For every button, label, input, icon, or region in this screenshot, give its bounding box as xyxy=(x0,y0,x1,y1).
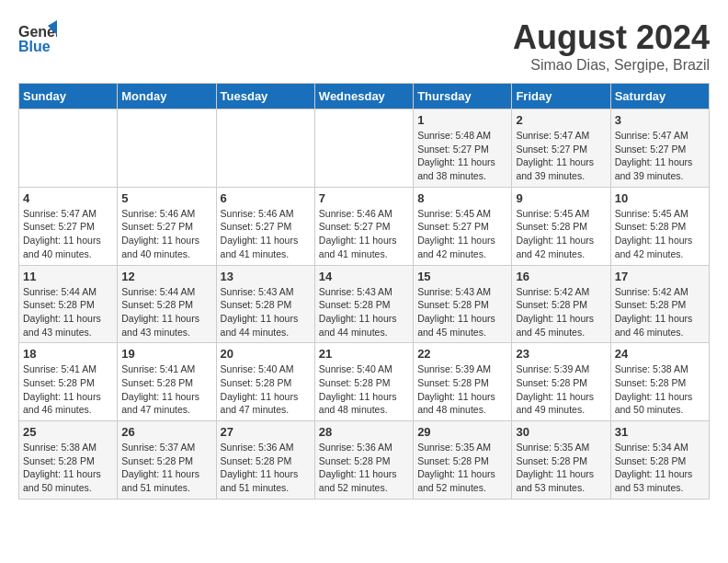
day-info: Sunrise: 5:46 AM Sunset: 5:27 PM Dayligh… xyxy=(221,207,311,261)
page-header: General Blue August 2024 Simao Dias, Ser… xyxy=(18,18,710,74)
day-info: Sunrise: 5:43 AM Sunset: 5:28 PM Dayligh… xyxy=(319,285,409,339)
day-number: 3 xyxy=(615,113,705,127)
calendar-day-cell: 23Sunrise: 5:39 AM Sunset: 5:28 PM Dayli… xyxy=(512,343,610,421)
day-info: Sunrise: 5:45 AM Sunset: 5:28 PM Dayligh… xyxy=(615,207,705,261)
day-info: Sunrise: 5:35 AM Sunset: 5:28 PM Dayligh… xyxy=(417,441,507,495)
weekday-header-cell: Saturday xyxy=(610,84,709,109)
day-info: Sunrise: 5:43 AM Sunset: 5:28 PM Dayligh… xyxy=(417,285,507,339)
day-info: Sunrise: 5:45 AM Sunset: 5:28 PM Dayligh… xyxy=(516,207,606,261)
calendar-day-cell: 25Sunrise: 5:38 AM Sunset: 5:28 PM Dayli… xyxy=(19,421,118,500)
day-info: Sunrise: 5:38 AM Sunset: 5:28 PM Dayligh… xyxy=(615,362,705,417)
day-number: 10 xyxy=(615,191,705,205)
day-number: 9 xyxy=(516,191,606,205)
day-number: 14 xyxy=(319,270,409,283)
day-info: Sunrise: 5:39 AM Sunset: 5:28 PM Dayligh… xyxy=(516,362,606,417)
calendar-day-cell: 3Sunrise: 5:47 AM Sunset: 5:27 PM Daylig… xyxy=(610,109,709,188)
day-number: 24 xyxy=(615,347,705,361)
day-number: 1 xyxy=(417,113,507,127)
day-info: Sunrise: 5:36 AM Sunset: 5:28 PM Dayligh… xyxy=(319,441,409,495)
calendar-day-cell: 18Sunrise: 5:41 AM Sunset: 5:28 PM Dayli… xyxy=(19,343,118,421)
day-number: 30 xyxy=(516,425,606,439)
calendar-day-cell: 13Sunrise: 5:43 AM Sunset: 5:28 PM Dayli… xyxy=(216,265,314,343)
calendar-body: 1Sunrise: 5:48 AM Sunset: 5:27 PM Daylig… xyxy=(19,109,710,500)
weekday-header-cell: Sunday xyxy=(19,84,118,109)
day-number: 15 xyxy=(417,270,507,283)
day-info: Sunrise: 5:43 AM Sunset: 5:28 PM Dayligh… xyxy=(221,285,311,339)
title-block: August 2024 Simao Dias, Sergipe, Brazil xyxy=(513,18,710,74)
calendar-day-cell: 21Sunrise: 5:40 AM Sunset: 5:28 PM Dayli… xyxy=(314,343,413,421)
day-number: 6 xyxy=(221,191,311,205)
location-subtitle: Simao Dias, Sergipe, Brazil xyxy=(513,57,710,74)
day-info: Sunrise: 5:37 AM Sunset: 5:28 PM Dayligh… xyxy=(121,441,211,495)
weekday-header-row: SundayMondayTuesdayWednesdayThursdayFrid… xyxy=(19,84,710,109)
day-number: 8 xyxy=(417,191,507,205)
day-info: Sunrise: 5:47 AM Sunset: 5:27 PM Dayligh… xyxy=(23,207,113,261)
calendar-week-row: 4Sunrise: 5:47 AM Sunset: 5:27 PM Daylig… xyxy=(19,187,710,265)
day-info: Sunrise: 5:46 AM Sunset: 5:27 PM Dayligh… xyxy=(121,207,211,261)
calendar-week-row: 1Sunrise: 5:48 AM Sunset: 5:27 PM Daylig… xyxy=(19,109,710,188)
calendar-day-cell: 1Sunrise: 5:48 AM Sunset: 5:27 PM Daylig… xyxy=(414,109,512,188)
day-number: 13 xyxy=(221,270,311,283)
day-number: 5 xyxy=(121,191,211,205)
day-info: Sunrise: 5:40 AM Sunset: 5:28 PM Dayligh… xyxy=(221,362,311,417)
logo-icon: General Blue xyxy=(18,18,57,57)
calendar-day-cell: 22Sunrise: 5:39 AM Sunset: 5:28 PM Dayli… xyxy=(414,343,512,421)
calendar-day-cell: 11Sunrise: 5:44 AM Sunset: 5:28 PM Dayli… xyxy=(19,265,118,343)
day-info: Sunrise: 5:38 AM Sunset: 5:28 PM Dayligh… xyxy=(23,441,113,495)
day-info: Sunrise: 5:44 AM Sunset: 5:28 PM Dayligh… xyxy=(23,285,113,339)
day-info: Sunrise: 5:36 AM Sunset: 5:28 PM Dayligh… xyxy=(221,441,311,495)
logo: General Blue xyxy=(18,18,57,61)
calendar-table: SundayMondayTuesdayWednesdayThursdayFrid… xyxy=(18,83,710,500)
calendar-day-cell: 31Sunrise: 5:34 AM Sunset: 5:28 PM Dayli… xyxy=(610,421,709,500)
day-number: 27 xyxy=(221,425,311,439)
calendar-day-cell: 29Sunrise: 5:35 AM Sunset: 5:28 PM Dayli… xyxy=(414,421,512,500)
day-info: Sunrise: 5:35 AM Sunset: 5:28 PM Dayligh… xyxy=(516,441,606,495)
day-info: Sunrise: 5:48 AM Sunset: 5:27 PM Dayligh… xyxy=(417,129,507,183)
calendar-day-cell xyxy=(118,109,216,188)
day-info: Sunrise: 5:42 AM Sunset: 5:28 PM Dayligh… xyxy=(615,285,705,339)
calendar-day-cell: 28Sunrise: 5:36 AM Sunset: 5:28 PM Dayli… xyxy=(314,421,413,500)
day-number: 11 xyxy=(23,270,113,283)
day-info: Sunrise: 5:47 AM Sunset: 5:27 PM Dayligh… xyxy=(516,129,606,183)
day-number: 26 xyxy=(121,425,211,439)
day-info: Sunrise: 5:39 AM Sunset: 5:28 PM Dayligh… xyxy=(417,362,507,417)
month-title: August 2024 xyxy=(513,18,710,57)
calendar-day-cell: 9Sunrise: 5:45 AM Sunset: 5:28 PM Daylig… xyxy=(512,187,610,265)
svg-text:Blue: Blue xyxy=(18,39,51,54)
calendar-day-cell: 14Sunrise: 5:43 AM Sunset: 5:28 PM Dayli… xyxy=(314,265,413,343)
day-number: 17 xyxy=(615,270,705,283)
weekday-header-cell: Monday xyxy=(118,84,216,109)
day-number: 29 xyxy=(417,425,507,439)
weekday-header-cell: Wednesday xyxy=(314,84,413,109)
calendar-day-cell: 8Sunrise: 5:45 AM Sunset: 5:27 PM Daylig… xyxy=(414,187,512,265)
calendar-day-cell: 10Sunrise: 5:45 AM Sunset: 5:28 PM Dayli… xyxy=(610,187,709,265)
calendar-day-cell: 20Sunrise: 5:40 AM Sunset: 5:28 PM Dayli… xyxy=(216,343,314,421)
calendar-day-cell: 24Sunrise: 5:38 AM Sunset: 5:28 PM Dayli… xyxy=(610,343,709,421)
day-info: Sunrise: 5:34 AM Sunset: 5:28 PM Dayligh… xyxy=(615,441,705,495)
day-number: 22 xyxy=(417,347,507,361)
day-info: Sunrise: 5:44 AM Sunset: 5:28 PM Dayligh… xyxy=(121,285,211,339)
weekday-header-cell: Tuesday xyxy=(216,84,314,109)
day-info: Sunrise: 5:41 AM Sunset: 5:28 PM Dayligh… xyxy=(23,362,113,417)
calendar-day-cell: 15Sunrise: 5:43 AM Sunset: 5:28 PM Dayli… xyxy=(414,265,512,343)
day-number: 19 xyxy=(121,347,211,361)
day-number: 31 xyxy=(615,425,705,439)
day-number: 28 xyxy=(319,425,409,439)
day-info: Sunrise: 5:41 AM Sunset: 5:28 PM Dayligh… xyxy=(121,362,211,417)
calendar-day-cell: 2Sunrise: 5:47 AM Sunset: 5:27 PM Daylig… xyxy=(512,109,610,188)
weekday-header-cell: Friday xyxy=(512,84,610,109)
day-number: 2 xyxy=(516,113,606,127)
day-number: 25 xyxy=(23,425,113,439)
day-number: 23 xyxy=(516,347,606,361)
day-info: Sunrise: 5:45 AM Sunset: 5:27 PM Dayligh… xyxy=(417,207,507,261)
calendar-day-cell xyxy=(216,109,314,188)
calendar-day-cell: 6Sunrise: 5:46 AM Sunset: 5:27 PM Daylig… xyxy=(216,187,314,265)
day-number: 20 xyxy=(221,347,311,361)
day-number: 18 xyxy=(23,347,113,361)
calendar-day-cell: 30Sunrise: 5:35 AM Sunset: 5:28 PM Dayli… xyxy=(512,421,610,500)
day-info: Sunrise: 5:46 AM Sunset: 5:27 PM Dayligh… xyxy=(319,207,409,261)
day-info: Sunrise: 5:47 AM Sunset: 5:27 PM Dayligh… xyxy=(615,129,705,183)
day-number: 16 xyxy=(516,270,606,283)
day-number: 7 xyxy=(319,191,409,205)
calendar-day-cell: 12Sunrise: 5:44 AM Sunset: 5:28 PM Dayli… xyxy=(118,265,216,343)
